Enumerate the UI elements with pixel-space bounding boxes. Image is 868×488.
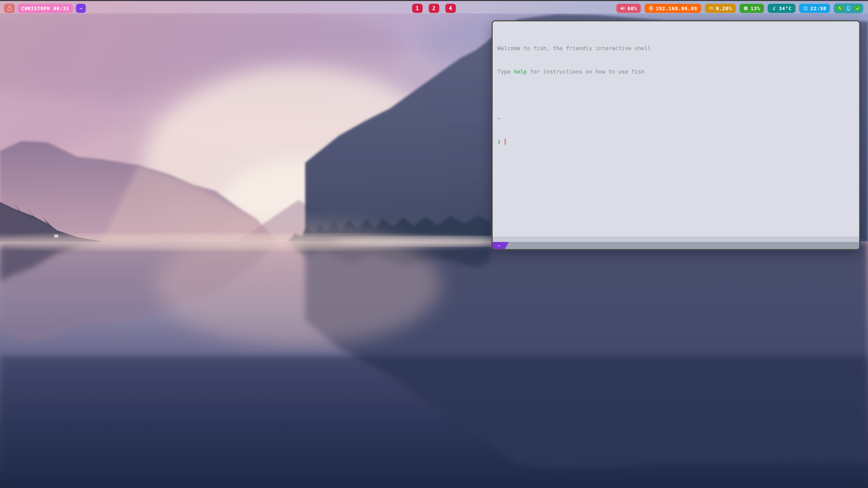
prompt-directory-line: ~	[497, 115, 854, 122]
text-cursor	[505, 139, 506, 145]
fish-welcome-line: Welcome to fish, the friendly interactiv…	[497, 44, 854, 52]
user-session-label: CHRISTOPH 00:31	[21, 6, 69, 11]
focused-window-label: ~	[79, 6, 82, 11]
terminal-statusbar: ~	[493, 242, 859, 249]
user-session-badge[interactable]: CHRISTOPH 00:31	[18, 4, 73, 13]
thermometer-icon	[771, 6, 776, 11]
volume-value: 60%	[628, 6, 637, 11]
terminal-output: Welcome to fish, the friendly interactiv…	[493, 21, 859, 237]
taskbar-left: CHRISTOPH 00:31 ~	[4, 2, 86, 15]
terminal-window[interactable]: Welcome to fish, the friendly interactiv…	[492, 20, 860, 250]
prompt-symbol: ❯	[497, 139, 501, 145]
memory-widget[interactable]: 13%	[739, 4, 764, 13]
gauge-icon	[709, 6, 714, 11]
workspace-button-4[interactable]: 4	[446, 4, 456, 13]
desktop: CHRISTOPH 00:31 ~ 1 2 4 60%	[0, 0, 868, 488]
launcher-button[interactable]	[4, 4, 15, 13]
clock-icon	[803, 6, 808, 11]
cpu-widget[interactable]: 0.26%	[705, 4, 736, 13]
memory-value: 13%	[751, 6, 760, 11]
updates-ok-tray-button[interactable]	[854, 5, 861, 12]
memory-stack-icon	[743, 6, 748, 11]
cpu-value: 0.26%	[716, 6, 732, 11]
session-label: ~	[498, 243, 500, 248]
taskbar: CHRISTOPH 00:31 ~ 1 2 4 60%	[0, 0, 868, 14]
workspace-button-1[interactable]: 1	[412, 4, 423, 13]
check-icon	[855, 6, 860, 11]
workspace-switcher: 1 2 4	[412, 2, 456, 15]
volume-widget[interactable]: 60%	[616, 4, 641, 13]
clock-widget[interactable]: 22:58	[799, 4, 830, 13]
terminal-scrollbar[interactable]	[493, 237, 859, 242]
focused-window-badge[interactable]: ~	[76, 4, 86, 13]
temperature-value: 34°C	[779, 6, 792, 11]
workspace-button-2[interactable]: 2	[429, 4, 439, 13]
network-widget[interactable]: 192.168.86.69	[645, 4, 701, 13]
temperature-widget[interactable]: 34°C	[768, 4, 795, 13]
statusbar-session-tab[interactable]: ~	[493, 242, 509, 249]
speaker-icon	[620, 6, 625, 11]
globe-icon	[648, 6, 653, 11]
system-tray	[834, 3, 863, 13]
network-ip-value: 192.168.86.69	[656, 6, 697, 11]
fish-help-line: Type help for instructions on how to use…	[497, 68, 854, 76]
key-icon	[838, 6, 842, 11]
taskbar-status: 60% 192.168.86.69 0.26%	[616, 2, 863, 15]
keyring-tray-button[interactable]	[836, 5, 843, 12]
help-keyword: help	[514, 68, 527, 75]
tux-penguin-icon	[6, 5, 13, 12]
phone-icon[interactable]	[846, 5, 851, 11]
blank-line	[497, 91, 854, 99]
clock-value: 22:58	[810, 6, 826, 11]
prompt-input-line: ❯	[497, 138, 854, 146]
